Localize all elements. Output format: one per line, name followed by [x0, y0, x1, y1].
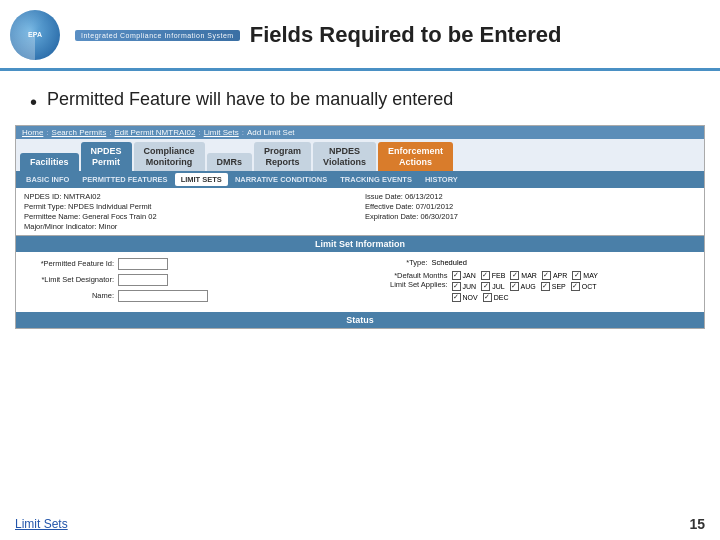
bullet-item: • Permitted Feature will have to be manu… — [30, 89, 690, 115]
nov-label: NOV — [463, 294, 478, 301]
expiration-date: Expiration Date: 06/30/2017 — [365, 212, 696, 221]
permit-info-grid: NPDES ID: NMTRAI02 Issue Date: 06/13/201… — [24, 192, 696, 231]
sub-tab-limit-sets[interactable]: LIMIT SETS — [175, 173, 228, 186]
slide-title: Fields Required to be Entered — [250, 22, 562, 48]
month-jun: JUN — [452, 282, 477, 291]
oct-label: OCT — [582, 283, 597, 290]
jun-checkbox[interactable] — [452, 282, 461, 291]
type-label: *Type: — [368, 258, 428, 267]
apr-label: APR — [553, 272, 567, 279]
jul-checkbox[interactable] — [481, 282, 490, 291]
sep-checkbox[interactable] — [541, 282, 550, 291]
mar-label: MAR — [521, 272, 537, 279]
form-right: *Type: Scheduled *Default Months Limit S… — [368, 258, 697, 306]
slide-footer: Limit Sets 15 — [15, 516, 705, 532]
oct-checkbox[interactable] — [571, 282, 580, 291]
months-checkboxes: JAN FEB MAR APR — [452, 271, 612, 302]
sub-tab-basic-info[interactable]: BASIC INFO — [20, 173, 75, 186]
slide-container: EPA Integrated Compliance Information Sy… — [0, 0, 720, 540]
nav-tab-dmrs[interactable]: DMRs — [207, 153, 253, 171]
breadcrumb-bar: Home : Search Permits : Edit Permit NMTR… — [16, 126, 704, 139]
breadcrumb-sep-2: : — [109, 128, 111, 137]
breadcrumb-sep-3: : — [198, 128, 200, 137]
bullet-text: Permitted Feature will have to be manual… — [47, 89, 453, 110]
breadcrumb-search[interactable]: Search Permits — [52, 128, 107, 137]
month-jan: JAN — [452, 271, 476, 280]
limit-set-designator-input[interactable] — [118, 274, 168, 286]
feb-checkbox[interactable] — [481, 271, 490, 280]
month-aug: AUG — [510, 282, 536, 291]
breadcrumb-edit[interactable]: Edit Permit NMTRAI02 — [115, 128, 196, 137]
permit-info-section: NPDES ID: NMTRAI02 Issue Date: 06/13/201… — [16, 188, 704, 236]
limit-set-header: Limit Set Information — [16, 236, 704, 252]
status-section-header: Status — [16, 312, 704, 328]
permitted-feature-row: *Permitted Feature Id: — [24, 258, 353, 270]
nav-tab-npdes-violations[interactable]: NPDES Violations — [313, 142, 376, 171]
jan-label: JAN — [463, 272, 476, 279]
nav-tab-facilities[interactable]: Facilities — [20, 153, 79, 171]
permitted-feature-label: *Permitted Feature Id: — [24, 259, 114, 268]
epa-logo: EPA — [10, 10, 60, 60]
jan-checkbox[interactable] — [452, 271, 461, 280]
may-label: MAY — [583, 272, 598, 279]
jun-label: JUN — [463, 283, 477, 290]
limit-set-designator-label: *Limit Set Designator: — [24, 275, 114, 284]
month-nov: NOV — [452, 293, 478, 302]
breadcrumb-home[interactable]: Home — [22, 128, 43, 137]
permit-type: Permit Type: NPDES Individual Permit — [24, 202, 355, 211]
may-checkbox[interactable] — [572, 271, 581, 280]
jul-label: JUL — [492, 283, 504, 290]
nav-tab-program-reports[interactable]: Program Reports — [254, 142, 311, 171]
limit-set-designator-row: *Limit Set Designator: — [24, 274, 353, 286]
breadcrumb-sep-4: : — [242, 128, 244, 137]
sep-label: SEP — [552, 283, 566, 290]
nav-tab-compliance[interactable]: Compliance Monitoring — [134, 142, 205, 171]
page-number: 15 — [689, 516, 705, 532]
app-name-banner: Integrated Compliance Information System — [75, 30, 240, 41]
nav-tab-npdes-permit[interactable]: NPDES Permit — [81, 142, 132, 171]
aug-checkbox[interactable] — [510, 282, 519, 291]
dec-label: DEC — [494, 294, 509, 301]
permittee-name: Permittee Name: General Focs Train 02 — [24, 212, 355, 221]
month-oct: OCT — [571, 282, 597, 291]
type-row: *Type: Scheduled — [368, 258, 697, 267]
month-dec: DEC — [483, 293, 509, 302]
npdes-id: NPDES ID: NMTRAI02 — [24, 192, 355, 201]
permitted-feature-input[interactable] — [118, 258, 168, 270]
month-sep: SEP — [541, 282, 566, 291]
default-months-label: *Default Months Limit Set Applies: — [368, 271, 448, 289]
effective-date: Effective Date: 07/01/2012 — [365, 202, 696, 211]
month-mar: MAR — [510, 271, 537, 280]
sub-tab-permitted-features[interactable]: PERMITTED FEATURES — [76, 173, 173, 186]
type-value: Scheduled — [432, 258, 467, 267]
breadcrumb-sep-1: : — [46, 128, 48, 137]
nav-tab-enforcement-actions[interactable]: Enforcement Actions — [378, 142, 453, 171]
breadcrumb-limitsets[interactable]: Limit Sets — [204, 128, 239, 137]
breadcrumb-add: Add Limit Set — [247, 128, 295, 137]
name-label: Name: — [24, 291, 114, 300]
logo-area: EPA — [10, 10, 60, 60]
mar-checkbox[interactable] — [510, 271, 519, 280]
name-row: Name: — [24, 290, 353, 302]
aug-label: AUG — [521, 283, 536, 290]
major-minor: Major/Minor Indicator: Minor — [24, 222, 355, 231]
sub-nav: BASIC INFO PERMITTED FEATURES LIMIT SETS… — [16, 171, 704, 188]
default-months-row: *Default Months Limit Set Applies: JAN F… — [368, 271, 697, 302]
month-may: MAY — [572, 271, 598, 280]
footer-link[interactable]: Limit Sets — [15, 517, 68, 531]
nov-checkbox[interactable] — [452, 293, 461, 302]
header-bar: EPA Integrated Compliance Information Sy… — [0, 0, 720, 71]
dec-checkbox[interactable] — [483, 293, 492, 302]
form-section: *Permitted Feature Id: *Limit Set Design… — [16, 252, 704, 312]
apr-checkbox[interactable] — [542, 271, 551, 280]
feb-label: FEB — [492, 272, 506, 279]
bullet-area: • Permitted Feature will have to be manu… — [0, 71, 720, 125]
sub-tab-narrative[interactable]: NARRATIVE CONDITIONS — [229, 173, 333, 186]
issue-date: Issue Date: 06/13/2012 — [365, 192, 696, 201]
name-input[interactable] — [118, 290, 208, 302]
sub-tab-history[interactable]: HISTORY — [419, 173, 464, 186]
sub-tab-tracking[interactable]: TRACKING EVENTS — [334, 173, 418, 186]
icis-content-box: Home : Search Permits : Edit Permit NMTR… — [15, 125, 705, 329]
bullet-dot: • — [30, 89, 37, 115]
main-nav: Facilities NPDES Permit Compliance Monit… — [16, 139, 704, 171]
